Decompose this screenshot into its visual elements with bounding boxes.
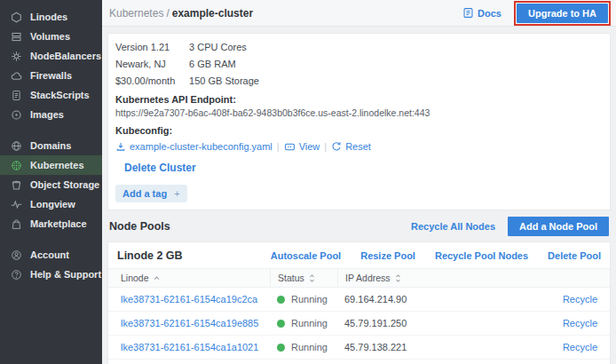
node-link[interactable]: lke38731-62161-6154ca19c2ca bbox=[121, 294, 257, 305]
node-link[interactable]: lke38731-62161-6154ca1a1021 bbox=[121, 342, 258, 352]
status-dot-icon bbox=[277, 296, 285, 304]
node-pools-title: Node Pools bbox=[109, 220, 170, 233]
pool-card-header: Linode 2 GB Autoscale Pool Resize Pool R… bbox=[108, 242, 610, 269]
sidebar-item-marketplace[interactable]: Marketplace bbox=[0, 214, 102, 233]
sidebar-item-label: Object Storage bbox=[30, 179, 99, 190]
status-text: Running bbox=[291, 318, 328, 328]
sidebar-item-label: Linodes bbox=[30, 12, 67, 22]
breadcrumb-separator: / bbox=[166, 7, 169, 20]
status-dot-icon bbox=[277, 344, 285, 352]
status-text: Running bbox=[291, 342, 328, 352]
sidebar-item-label: Kubernetes bbox=[30, 160, 84, 170]
sidebar-item-nodebalancers[interactable]: NodeBalancers bbox=[0, 46, 102, 66]
domains-icon bbox=[10, 139, 22, 152]
marketplace-icon bbox=[10, 218, 22, 230]
recycle-link[interactable]: Recycle bbox=[563, 342, 597, 352]
sidebar-item-domains[interactable]: Domains bbox=[0, 136, 102, 155]
api-endpoint-label: Kubernetes API Endpoint: bbox=[115, 93, 603, 107]
sidebar-item-account[interactable]: Account bbox=[0, 245, 102, 265]
column-header-status[interactable]: Status bbox=[270, 269, 337, 287]
breadcrumb-section[interactable]: Kubernetes bbox=[109, 7, 163, 20]
longview-icon bbox=[10, 198, 22, 210]
status-dot-icon bbox=[277, 320, 285, 328]
sidebar-item-label: StackScripts bbox=[30, 90, 90, 100]
column-label: Status bbox=[278, 273, 304, 283]
ip-address: 45.79.138.221 bbox=[337, 342, 449, 352]
summary-row: $30.00/month 150 GB Storage bbox=[115, 73, 603, 90]
autoscale-pool-link[interactable]: Autoscale Pool bbox=[271, 250, 341, 261]
content-area: Version 1.21 3 CPU Cores Newark, NJ 6 GB… bbox=[102, 27, 616, 364]
summary-row: Newark, NJ 6 GB RAM bbox=[115, 56, 603, 73]
cluster-summary-panel: Version 1.21 3 CPU Cores Newark, NJ 6 GB… bbox=[107, 33, 611, 210]
stackscripts-icon bbox=[10, 89, 22, 101]
view-icon bbox=[284, 141, 296, 153]
kubeconfig-actions: example-cluster-kubeconfig.yaml | View |… bbox=[115, 139, 603, 154]
node-link[interactable]: lke38731-62161-6154ca19e885 bbox=[121, 318, 258, 328]
sidebar-item-help-support[interactable]: Help & Support bbox=[0, 265, 102, 284]
account-icon bbox=[10, 249, 22, 261]
node-pool-card: Linode 2 GB Autoscale Pool Resize Pool R… bbox=[107, 241, 611, 364]
sidebar-item-linodes[interactable]: Linodes bbox=[0, 7, 102, 27]
sidebar-item-stackscripts[interactable]: StackScripts bbox=[0, 85, 102, 105]
divider: | bbox=[324, 141, 327, 152]
sidebar-item-label: Firewalls bbox=[30, 70, 72, 81]
sidebar-item-images[interactable]: Images bbox=[0, 105, 102, 124]
kubeconfig-reset-link[interactable]: Reset bbox=[331, 141, 371, 152]
ip-address: 45.79.191.250 bbox=[337, 318, 449, 328]
delete-cluster-link[interactable]: Delete Cluster bbox=[124, 162, 196, 174]
delete-pool-link[interactable]: Delete Pool bbox=[548, 250, 601, 261]
add-tag-button[interactable]: Add a tag + bbox=[115, 185, 187, 202]
docs-link[interactable]: Docs bbox=[462, 7, 501, 19]
sort-icon bbox=[394, 273, 402, 283]
kubeconfig-label: Kubeconfig: bbox=[115, 124, 603, 138]
recycle-pool-nodes-link[interactable]: Recycle Pool Nodes bbox=[435, 250, 528, 261]
primary-nav: Linodes Volumes NodeBalancers Firewalls … bbox=[0, 0, 102, 364]
sidebar-item-label: Volumes bbox=[30, 31, 70, 42]
help-icon bbox=[10, 268, 22, 281]
pool-id-footer: Pool ID 62161 bbox=[108, 360, 610, 364]
table-row: lke38731-62161-6154ca19c2ca Running 69.1… bbox=[108, 288, 610, 312]
column-header-ip-address[interactable]: IP Address bbox=[337, 269, 449, 287]
api-endpoint-url: https://9e2a7307-b6ac-408f-ba62-9483b0b3… bbox=[115, 107, 603, 119]
sort-icon bbox=[308, 273, 316, 283]
cluster-ram: 6 GB RAM bbox=[189, 59, 236, 69]
sidebar-item-object-storage[interactable]: Object Storage bbox=[0, 175, 102, 194]
kubernetes-icon bbox=[10, 159, 22, 171]
pool-name: Linode 2 GB bbox=[117, 249, 183, 262]
annotation-highlight: Upgrade to HA bbox=[514, 1, 611, 26]
sidebar-item-firewalls[interactable]: Firewalls bbox=[0, 66, 102, 85]
sidebar-item-kubernetes[interactable]: Kubernetes bbox=[0, 155, 102, 175]
recycle-link[interactable]: Recycle bbox=[563, 318, 597, 328]
images-icon bbox=[10, 108, 22, 121]
nav-divider bbox=[0, 233, 102, 245]
cluster-version: Version 1.21 bbox=[115, 39, 186, 56]
reset-label: Reset bbox=[345, 141, 371, 152]
recycle-link[interactable]: Recycle bbox=[563, 294, 597, 305]
breadcrumb-current: example-cluster bbox=[172, 7, 253, 20]
divider: | bbox=[277, 141, 280, 152]
cluster-storage: 150 GB Storage bbox=[189, 75, 259, 86]
column-header-linode[interactable]: Linode bbox=[108, 269, 270, 287]
ip-address: 69.164.214.90 bbox=[337, 294, 449, 305]
view-label: View bbox=[299, 141, 320, 152]
sidebar-item-label: Images bbox=[30, 109, 64, 120]
resize-pool-link[interactable]: Resize Pool bbox=[360, 250, 415, 261]
kubeconfig-view-link[interactable]: View bbox=[284, 141, 320, 153]
sidebar-item-longview[interactable]: Longview bbox=[0, 194, 102, 214]
upgrade-to-ha-button[interactable]: Upgrade to HA bbox=[517, 4, 608, 23]
download-icon bbox=[115, 141, 126, 152]
main-area: Kubernetes / example-cluster Docs Upgrad… bbox=[102, 0, 616, 364]
summary-row: Version 1.21 3 CPU Cores bbox=[115, 39, 603, 56]
nav-divider bbox=[0, 124, 102, 136]
add-node-pool-button[interactable]: Add a Node Pool bbox=[508, 217, 609, 236]
cluster-price: $30.00/month bbox=[115, 73, 186, 90]
sidebar-item-label: NodeBalancers bbox=[30, 51, 101, 61]
firewalls-icon bbox=[10, 69, 22, 82]
kubeconfig-download-link[interactable]: example-cluster-kubeconfig.yaml bbox=[115, 141, 272, 152]
kubeconfig-filename: example-cluster-kubeconfig.yaml bbox=[130, 141, 272, 152]
page-header: Kubernetes / example-cluster Docs Upgrad… bbox=[102, 0, 616, 27]
sidebar-item-volumes[interactable]: Volumes bbox=[0, 27, 102, 46]
table-row: lke38731-62161-6154ca1a1021 Running 45.7… bbox=[108, 336, 610, 360]
sidebar-item-label: Marketplace bbox=[30, 218, 87, 229]
recycle-all-nodes-link[interactable]: Recycle All Nodes bbox=[411, 221, 495, 232]
